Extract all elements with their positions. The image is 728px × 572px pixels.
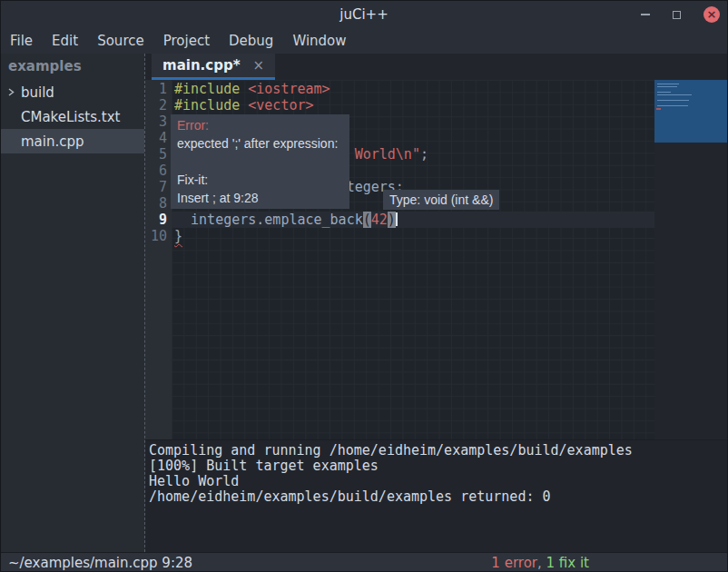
menu-item-edit[interactable]: Edit: [52, 33, 78, 49]
tree-item-main-cpp[interactable]: main.cpp: [1, 129, 144, 153]
menu-item-debug[interactable]: Debug: [229, 33, 273, 49]
code-line-10[interactable]: }: [172, 228, 654, 244]
tabbar: main.cpp* ×: [145, 54, 727, 80]
tree-item-label: CMakeLists.txt: [21, 109, 120, 125]
menubar: FileEditSourceProjectDebugWindow: [1, 28, 727, 54]
tree-item-label: build: [21, 84, 54, 101]
line-number: 10: [145, 228, 172, 244]
code-token: }: [174, 228, 182, 244]
file-tree-sidebar: examples buildCMakeLists.txtmain.cpp: [1, 54, 145, 552]
line-number: 2: [145, 97, 172, 113]
status-file-location: ~/examples/main.cpp 9:28: [1, 555, 192, 571]
error-tooltip-title: Error:: [177, 116, 343, 134]
status-separator: ,: [537, 555, 546, 571]
line-number-gutter: 12345678910: [145, 80, 172, 439]
code-token: ;: [420, 146, 428, 163]
statusbar: ~/examples/main.cpp 9:28 1 error, 1 fix …: [1, 552, 727, 572]
line-number: 3: [145, 113, 172, 130]
minimap-code-line: [657, 86, 677, 87]
minimap-code-line: [657, 100, 689, 101]
tree-item-cmakelists-txt[interactable]: CMakeLists.txt: [1, 104, 144, 129]
status-error-count: 1 error: [491, 555, 537, 571]
code-token: #include: [174, 81, 248, 97]
tab-close-icon[interactable]: ×: [252, 59, 264, 73]
error-tooltip: Error: expected ';' after expression: Fi…: [171, 114, 349, 209]
code-token: 42: [371, 212, 388, 228]
code-token: <iostream>: [248, 81, 330, 97]
minimap-code-line: [657, 94, 692, 95]
code-line-1[interactable]: #include <iostream>: [172, 81, 654, 97]
project-name: examples: [1, 54, 144, 80]
chevron-right-icon[interactable]: [6, 87, 21, 97]
console-line: [100%] Built target examples: [149, 459, 727, 474]
menu-item-project[interactable]: Project: [163, 33, 210, 49]
console-line: /home/eidheim/examples/build/examples re…: [149, 489, 727, 505]
line-number: 9: [145, 212, 172, 228]
code-line-9[interactable]: integers.emplace_back(42): [172, 212, 654, 228]
run-output-console[interactable]: Compiling and running /home/eidheim/exam…: [145, 439, 727, 552]
file-tree: buildCMakeLists.txtmain.cpp: [1, 80, 144, 153]
status-fixit-count: 1 fix it: [546, 555, 589, 571]
tree-item-build[interactable]: build: [1, 80, 144, 104]
code-token: (: [363, 212, 371, 228]
code-token: ): [388, 212, 396, 228]
fixit-text: Insert ; at 9:28: [177, 189, 343, 207]
line-number: 6: [145, 163, 172, 179]
console-line: Hello World: [149, 474, 727, 489]
line-number: 5: [145, 146, 172, 163]
line-number: 8: [145, 195, 172, 212]
minimap[interactable]: [654, 80, 727, 143]
type-tooltip: Type: void (int &&): [383, 190, 499, 210]
minimap-column: [654, 80, 727, 439]
minimap-code-line: [657, 84, 679, 84]
menu-item-window[interactable]: Window: [292, 33, 346, 49]
console-line: Compiling and running /home/eidheim/exam…: [149, 443, 727, 459]
menu-item-source[interactable]: Source: [97, 33, 144, 49]
tree-item-label: main.cpp: [21, 133, 84, 150]
code-token: <vector>: [248, 97, 313, 113]
tab-main-cpp[interactable]: main.cpp* ×: [152, 54, 275, 80]
window-controls: ×: [641, 1, 720, 28]
code-line-2[interactable]: #include <vector>: [172, 97, 654, 113]
line-number: 1: [145, 81, 172, 97]
error-tooltip-message: expected ';' after expression:: [177, 134, 343, 153]
minimap-code-line: [657, 92, 671, 93]
minimap-error-mark: [656, 108, 661, 110]
text-cursor: [396, 212, 398, 226]
line-number: 4: [145, 130, 172, 146]
status-diagnostics: 1 error, 1 fix it: [491, 555, 589, 571]
window-title: juCi++: [1, 1, 727, 28]
fixit-title: Fix-it:: [177, 171, 343, 189]
restore-icon[interactable]: [673, 11, 681, 19]
close-icon[interactable]: ×: [703, 6, 720, 23]
titlebar[interactable]: juCi++ ×: [1, 1, 727, 28]
minimap-code-line: [657, 105, 688, 106]
juci-window: juCi++ × FileEditSourceProjectDebugWindo…: [0, 0, 728, 572]
code-token: #include: [174, 97, 248, 113]
menu-item-file[interactable]: File: [10, 33, 33, 49]
line-number: 7: [145, 179, 172, 195]
minimize-icon[interactable]: [641, 14, 650, 15]
tab-label: main.cpp*: [162, 57, 240, 74]
code-token: integers.emplace_back: [174, 212, 363, 228]
